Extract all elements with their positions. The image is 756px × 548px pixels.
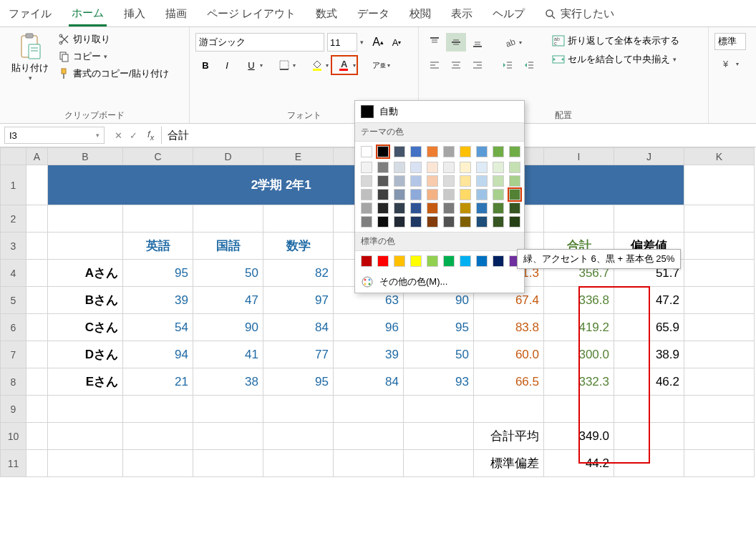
cell[interactable] [684,341,755,368]
paste-button[interactable]: 貼り付け ▾ [6,30,54,108]
color-swatch[interactable] [377,162,389,173]
col-head-C[interactable]: C [123,148,193,165]
cell[interactable] [684,165,755,205]
row-head-2[interactable]: 2 [1,205,26,233]
cell[interactable]: 65.9 [614,314,684,341]
cell[interactable] [263,423,334,450]
cell[interactable] [474,396,544,423]
color-swatch[interactable] [361,189,372,200]
fx-icon[interactable]: fx [147,129,154,142]
decrease-indent-button[interactable] [498,56,518,74]
tab-file[interactable]: ファイル [6,1,54,25]
cell[interactable] [26,341,48,368]
cell[interactable] [26,450,48,477]
color-swatch[interactable] [394,189,405,200]
color-swatch[interactable] [394,202,405,214]
header-subj3[interactable]: 数学 [263,233,334,260]
cell[interactable]: 83.8 [474,314,544,341]
color-swatch[interactable] [394,162,405,173]
cell[interactable]: 47.2 [614,287,684,314]
cell[interactable]: 50 [404,341,474,368]
cell[interactable]: 95 [263,368,334,396]
phonetic-button[interactable]: ア亜 [366,56,392,74]
color-swatch[interactable] [427,175,438,187]
cell[interactable]: 94 [123,341,193,368]
row-head-10[interactable]: 10 [1,423,26,450]
color-swatch[interactable] [476,146,488,157]
cell[interactable] [48,205,123,233]
color-swatch[interactable] [410,202,422,214]
cell[interactable] [614,450,684,477]
cell[interactable]: 77 [263,341,334,368]
cell[interactable] [193,423,263,450]
tell-me-search[interactable]: 実行したい [542,1,617,25]
align-middle-button[interactable] [446,33,466,52]
color-swatch[interactable] [509,189,520,200]
summary-std-label[interactable]: 標準偏差 [474,450,544,477]
cell[interactable]: 300.0 [544,341,614,368]
cell[interactable]: 39 [123,287,193,314]
cell[interactable] [614,396,684,423]
cell[interactable] [26,287,48,314]
cell[interactable]: 46.2 [614,368,684,396]
cut-button[interactable]: 切り取り [59,33,169,46]
color-swatch[interactable] [410,162,422,173]
cell[interactable] [684,396,755,423]
summary-std-value[interactable]: 44.2 [544,450,614,477]
color-swatch[interactable] [410,189,422,200]
color-swatch[interactable] [493,216,504,227]
color-swatch[interactable] [460,189,471,200]
col-head-D[interactable]: D [193,148,263,165]
cell[interactable] [684,423,755,450]
color-swatch[interactable] [443,189,455,200]
cell[interactable] [193,205,263,233]
cell[interactable] [263,205,334,233]
color-swatch[interactable] [377,146,389,157]
tab-formulas[interactable]: 数式 [313,1,340,25]
color-swatch[interactable] [476,162,488,173]
cell[interactable] [26,205,48,233]
color-swatch[interactable] [460,202,471,214]
color-swatch[interactable] [509,146,520,157]
italic-button[interactable]: I [217,56,237,74]
color-swatch[interactable] [361,202,372,214]
increase-indent-button[interactable] [519,56,539,74]
color-swatch[interactable] [476,216,488,227]
color-swatch[interactable] [493,175,504,187]
fill-color-button[interactable] [304,56,330,74]
color-swatch[interactable] [427,216,438,227]
color-swatch[interactable] [361,255,372,267]
border-button[interactable] [271,56,297,74]
color-swatch[interactable] [427,189,438,200]
cell[interactable] [193,450,263,477]
header-subj2[interactable]: 国語 [193,233,263,260]
student-name[interactable]: Aさん [48,260,123,287]
copy-button[interactable]: コピー ▾ [59,50,169,63]
cell[interactable]: 95 [123,260,193,287]
cell[interactable]: 39 [334,341,404,368]
cell[interactable]: 95 [404,314,474,341]
row-head-5[interactable]: 5 [1,287,26,314]
color-swatch[interactable] [361,216,372,227]
cell[interactable] [48,423,123,450]
color-swatch[interactable] [427,146,438,157]
cell[interactable] [123,205,193,233]
merge-center-button[interactable]: セルを結合して中央揃え ▾ [552,53,680,66]
color-swatch[interactable] [377,202,389,214]
color-swatch[interactable] [493,202,504,214]
font-name-select[interactable] [195,33,324,52]
color-swatch[interactable] [443,162,455,173]
format-painter-button[interactable]: 書式のコピー/貼り付け [59,67,169,80]
cell[interactable] [684,260,755,287]
col-head-K[interactable]: K [684,148,755,165]
color-swatch[interactable] [509,202,520,214]
color-swatch[interactable] [361,146,372,157]
number-format-select[interactable]: 標準 [714,33,746,50]
cell[interactable]: 38.9 [614,341,684,368]
color-swatch[interactable] [493,146,504,157]
color-swatch[interactable] [394,146,405,157]
cell[interactable] [26,165,48,205]
color-swatch[interactable] [476,175,488,187]
name-box[interactable]: I3 ▾ [4,127,105,144]
color-swatch[interactable] [509,162,520,173]
